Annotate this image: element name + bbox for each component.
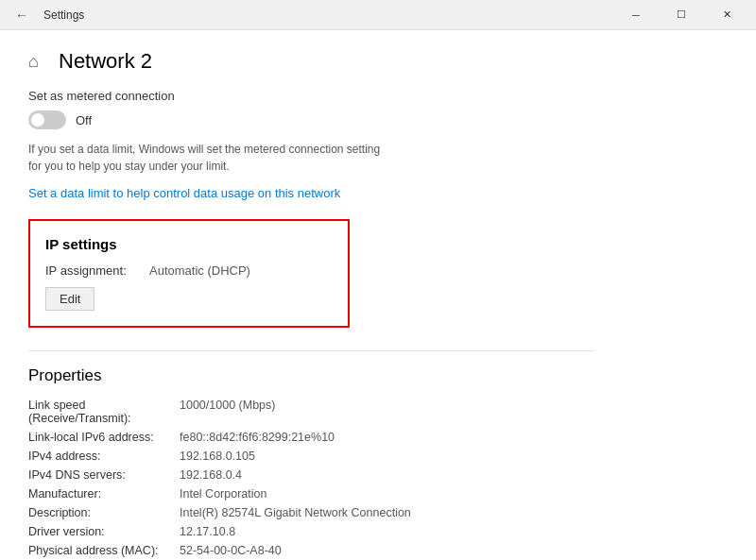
toggle-text: Off: [76, 113, 92, 127]
property-key: Link speed (Receive/Transmit):: [28, 399, 180, 425]
property-key: IPv4 DNS servers:: [28, 468, 180, 482]
property-value: 192.168.0.4: [180, 468, 482, 482]
titlebar: ← Settings ─ ☐ ✕: [0, 0, 756, 30]
property-row: IPv4 address:192.168.0.105: [28, 450, 482, 463]
ip-assignment-value: Automatic (DHCP): [149, 263, 250, 278]
metered-section: Set as metered connection Off If you set…: [28, 89, 728, 200]
property-key: Manufacturer:: [28, 487, 180, 501]
property-key: Link-local IPv6 address:: [28, 431, 180, 444]
content-area: ⌂ Network 2 Set as metered connection Of…: [0, 30, 756, 560]
properties-section: Properties Link speed (Receive/Transmit)…: [28, 366, 728, 560]
home-icon: ⌂: [28, 52, 47, 71]
edit-button[interactable]: Edit: [45, 287, 94, 311]
property-value: 12.17.10.8: [180, 525, 482, 538]
property-row: Link speed (Receive/Transmit):1000/1000 …: [28, 399, 482, 425]
ip-settings-box: IP settings IP assignment: Automatic (DH…: [28, 219, 350, 328]
property-value: 1000/1000 (Mbps): [180, 399, 482, 412]
ip-settings-title: IP settings: [45, 236, 333, 252]
property-key: Physical address (MAC):: [28, 544, 180, 557]
property-value: 52-54-00-0C-A8-40: [180, 544, 482, 557]
data-limit-link[interactable]: Set a data limit to help control data us…: [28, 186, 728, 200]
property-value: Intel(R) 82574L Gigabit Network Connecti…: [180, 506, 482, 519]
app-container: ⌂ Network 2 Set as metered connection Of…: [0, 30, 756, 560]
property-key: Description:: [28, 506, 180, 519]
properties-title: Properties: [28, 366, 728, 385]
titlebar-controls: ─ ☐ ✕: [614, 0, 748, 30]
property-row: Link-local IPv6 address:fe80::8d42:f6f6:…: [28, 431, 482, 444]
property-row: Driver version:12.17.10.8: [28, 525, 482, 538]
property-row: Description:Intel(R) 82574L Gigabit Netw…: [28, 506, 482, 519]
page-header: ⌂ Network 2: [28, 49, 728, 74]
property-key: Driver version:: [28, 525, 180, 538]
property-value: 192.168.0.105: [180, 450, 482, 463]
property-row: IPv4 DNS servers:192.168.0.4: [28, 468, 482, 482]
toggle-row: Off: [28, 110, 728, 129]
property-value: Intel Corporation: [180, 487, 482, 501]
maximize-button[interactable]: ☐: [660, 0, 703, 30]
titlebar-left: ← Settings: [8, 4, 84, 26]
property-key: IPv4 address:: [28, 450, 180, 463]
properties-table: Link speed (Receive/Transmit):1000/1000 …: [28, 399, 482, 557]
titlebar-title: Settings: [43, 8, 84, 22]
close-button[interactable]: ✕: [705, 0, 748, 30]
metered-label: Set as metered connection: [28, 89, 728, 103]
back-button[interactable]: ←: [8, 4, 36, 26]
metered-toggle[interactable]: [28, 110, 66, 129]
page-title: Network 2: [59, 49, 152, 74]
metered-description: If you set a data limit, Windows will se…: [28, 141, 387, 175]
property-row: Manufacturer:Intel Corporation: [28, 487, 482, 501]
property-row: Physical address (MAC):52-54-00-0C-A8-40: [28, 544, 482, 557]
property-value: fe80::8d42:f6f6:8299:21e%10: [180, 431, 482, 444]
properties-divider: [28, 350, 595, 351]
ip-assignment-label: IP assignment:: [45, 263, 149, 278]
back-icon: ←: [15, 8, 28, 23]
ip-assignment-row: IP assignment: Automatic (DHCP): [45, 263, 333, 278]
minimize-button[interactable]: ─: [614, 0, 658, 30]
